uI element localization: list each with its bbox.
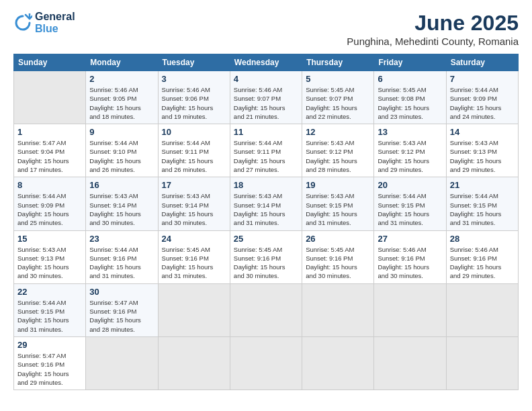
- week-row-2: 1Sunrise: 5:47 AM Sunset: 9:04 PM Daylig…: [14, 124, 519, 177]
- day-number: 3: [162, 74, 226, 84]
- calendar-cell: 5Sunrise: 5:45 AM Sunset: 9:07 PM Daylig…: [302, 71, 374, 124]
- calendar-cell: 14Sunrise: 5:43 AM Sunset: 9:13 PM Dayli…: [446, 124, 518, 177]
- calendar-cell: 16Sunrise: 5:43 AM Sunset: 9:14 PM Dayli…: [86, 177, 158, 230]
- calendar-cell: 1Sunrise: 5:47 AM Sunset: 9:04 PM Daylig…: [14, 124, 86, 177]
- day-info: Sunrise: 5:44 AM Sunset: 9:09 PM Dayligh…: [450, 85, 515, 121]
- calendar-cell: [446, 283, 518, 336]
- day-info: Sunrise: 5:43 AM Sunset: 9:14 PM Dayligh…: [234, 191, 298, 227]
- title-block: June 2025 Punghina, Mehedinti County, Ro…: [347, 11, 519, 47]
- day-number: 29: [17, 340, 82, 350]
- calendar-cell: 8Sunrise: 5:44 AM Sunset: 9:09 PM Daylig…: [14, 177, 86, 230]
- calendar-table: SundayMondayTuesdayWednesdayThursdayFrid…: [13, 54, 519, 390]
- calendar-cell: 15Sunrise: 5:43 AM Sunset: 9:13 PM Dayli…: [14, 230, 86, 283]
- calendar-cell: 30Sunrise: 5:47 AM Sunset: 9:16 PM Dayli…: [86, 283, 158, 336]
- day-number: 16: [89, 180, 154, 190]
- day-info: Sunrise: 5:43 AM Sunset: 9:12 PM Dayligh…: [306, 138, 370, 174]
- day-info: Sunrise: 5:45 AM Sunset: 9:16 PM Dayligh…: [162, 245, 226, 281]
- week-row-3: 8Sunrise: 5:44 AM Sunset: 9:09 PM Daylig…: [14, 177, 519, 230]
- calendar-cell: 28Sunrise: 5:46 AM Sunset: 9:16 PM Dayli…: [446, 230, 518, 283]
- day-info: Sunrise: 5:44 AM Sunset: 9:10 PM Dayligh…: [89, 138, 154, 174]
- day-number: 22: [17, 287, 82, 297]
- calendar-cell: 26Sunrise: 5:45 AM Sunset: 9:16 PM Dayli…: [302, 230, 374, 283]
- weekday-saturday: Saturday: [446, 54, 518, 71]
- day-info: Sunrise: 5:44 AM Sunset: 9:15 PM Dayligh…: [378, 191, 442, 227]
- day-number: 1: [17, 127, 82, 137]
- weekday-tuesday: Tuesday: [158, 54, 230, 71]
- calendar-cell: 27Sunrise: 5:46 AM Sunset: 9:16 PM Dayli…: [374, 230, 446, 283]
- calendar-cell: [302, 283, 374, 336]
- calendar-cell: 21Sunrise: 5:44 AM Sunset: 9:15 PM Dayli…: [446, 177, 518, 230]
- calendar-cell: [374, 283, 446, 336]
- calendar-cell: [230, 283, 302, 336]
- logo-icon: [13, 13, 32, 32]
- calendar-cell: 7Sunrise: 5:44 AM Sunset: 9:09 PM Daylig…: [446, 71, 518, 124]
- calendar-cell: 22Sunrise: 5:44 AM Sunset: 9:15 PM Dayli…: [14, 283, 86, 336]
- calendar-cell: 2Sunrise: 5:46 AM Sunset: 9:05 PM Daylig…: [86, 71, 158, 124]
- weekday-sunday: Sunday: [14, 54, 86, 71]
- day-info: Sunrise: 5:43 AM Sunset: 9:13 PM Dayligh…: [450, 138, 515, 174]
- day-info: Sunrise: 5:46 AM Sunset: 9:07 PM Dayligh…: [234, 85, 298, 121]
- calendar-cell: 3Sunrise: 5:46 AM Sunset: 9:06 PM Daylig…: [158, 71, 230, 124]
- calendar-cell: 20Sunrise: 5:44 AM Sunset: 9:15 PM Dayli…: [374, 177, 446, 230]
- day-number: 2: [89, 74, 154, 84]
- logo-text: General Blue: [35, 11, 75, 34]
- day-number: 18: [234, 180, 298, 190]
- day-number: 7: [450, 74, 515, 84]
- calendar-cell: 17Sunrise: 5:43 AM Sunset: 9:14 PM Dayli…: [158, 177, 230, 230]
- day-number: 17: [162, 180, 226, 190]
- day-info: Sunrise: 5:43 AM Sunset: 9:14 PM Dayligh…: [162, 191, 226, 227]
- calendar-cell: [446, 336, 518, 390]
- week-row-5: 22Sunrise: 5:44 AM Sunset: 9:15 PM Dayli…: [14, 283, 519, 336]
- calendar-cell: 29Sunrise: 5:47 AM Sunset: 9:16 PM Dayli…: [14, 336, 86, 390]
- day-number: 11: [234, 127, 298, 137]
- weekday-monday: Monday: [86, 54, 158, 71]
- day-number: 30: [89, 287, 154, 297]
- day-number: 27: [378, 234, 442, 244]
- main-title: June 2025: [347, 11, 519, 36]
- calendar-cell: 6Sunrise: 5:45 AM Sunset: 9:08 PM Daylig…: [374, 71, 446, 124]
- page: General Blue June 2025 Punghina, Mehedin…: [0, 0, 532, 411]
- day-number: 21: [450, 180, 515, 190]
- weekday-header-row: SundayMondayTuesdayWednesdayThursdayFrid…: [14, 54, 519, 71]
- day-info: Sunrise: 5:43 AM Sunset: 9:14 PM Dayligh…: [89, 191, 154, 227]
- day-info: Sunrise: 5:45 AM Sunset: 9:16 PM Dayligh…: [306, 245, 370, 281]
- day-number: 8: [17, 180, 82, 190]
- day-info: Sunrise: 5:46 AM Sunset: 9:16 PM Dayligh…: [450, 245, 515, 281]
- calendar-cell: [158, 283, 230, 336]
- day-info: Sunrise: 5:44 AM Sunset: 9:15 PM Dayligh…: [17, 298, 82, 334]
- day-number: 19: [306, 180, 370, 190]
- logo: General Blue: [13, 11, 75, 34]
- calendar-cell: 23Sunrise: 5:44 AM Sunset: 9:16 PM Dayli…: [86, 230, 158, 283]
- day-info: Sunrise: 5:45 AM Sunset: 9:07 PM Dayligh…: [306, 85, 370, 121]
- weekday-friday: Friday: [374, 54, 446, 71]
- day-info: Sunrise: 5:43 AM Sunset: 9:15 PM Dayligh…: [306, 191, 370, 227]
- calendar-cell: 13Sunrise: 5:43 AM Sunset: 9:12 PM Dayli…: [374, 124, 446, 177]
- calendar-cell: [230, 336, 302, 390]
- day-info: Sunrise: 5:44 AM Sunset: 9:15 PM Dayligh…: [450, 191, 515, 227]
- day-number: 24: [162, 234, 226, 244]
- header: General Blue June 2025 Punghina, Mehedin…: [13, 11, 519, 47]
- day-number: 4: [234, 74, 298, 84]
- calendar-cell: [374, 336, 446, 390]
- day-number: 25: [234, 234, 298, 244]
- calendar-cell: [14, 71, 86, 124]
- week-row-6: 29Sunrise: 5:47 AM Sunset: 9:16 PM Dayli…: [14, 336, 519, 390]
- day-info: Sunrise: 5:47 AM Sunset: 9:16 PM Dayligh…: [17, 351, 82, 387]
- day-info: Sunrise: 5:43 AM Sunset: 9:12 PM Dayligh…: [378, 138, 442, 174]
- week-row-4: 15Sunrise: 5:43 AM Sunset: 9:13 PM Dayli…: [14, 230, 519, 283]
- day-number: 10: [162, 127, 226, 137]
- calendar-cell: 10Sunrise: 5:44 AM Sunset: 9:11 PM Dayli…: [158, 124, 230, 177]
- day-info: Sunrise: 5:44 AM Sunset: 9:16 PM Dayligh…: [89, 245, 154, 281]
- day-number: 28: [450, 234, 515, 244]
- day-number: 14: [450, 127, 515, 137]
- day-info: Sunrise: 5:46 AM Sunset: 9:06 PM Dayligh…: [162, 85, 226, 121]
- day-info: Sunrise: 5:45 AM Sunset: 9:08 PM Dayligh…: [378, 85, 442, 121]
- subtitle: Punghina, Mehedinti County, Romania: [347, 36, 519, 47]
- day-number: 9: [89, 127, 154, 137]
- day-info: Sunrise: 5:44 AM Sunset: 9:11 PM Dayligh…: [234, 138, 298, 174]
- calendar-cell: 9Sunrise: 5:44 AM Sunset: 9:10 PM Daylig…: [86, 124, 158, 177]
- day-info: Sunrise: 5:44 AM Sunset: 9:11 PM Dayligh…: [162, 138, 226, 174]
- weekday-thursday: Thursday: [302, 54, 374, 71]
- day-info: Sunrise: 5:45 AM Sunset: 9:16 PM Dayligh…: [234, 245, 298, 281]
- calendar-cell: [302, 336, 374, 390]
